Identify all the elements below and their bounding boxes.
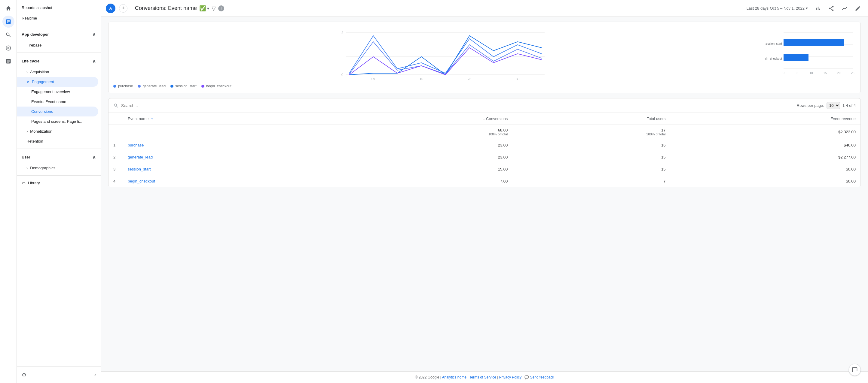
nav-section-header-user[interactable]: User ∧ bbox=[17, 151, 101, 163]
chevron-down-engagement: ∨ bbox=[26, 79, 29, 84]
terms-link[interactable]: Terms of Service bbox=[469, 375, 496, 379]
nav-firebase[interactable]: Firebase bbox=[17, 40, 101, 50]
svg-text:begin_checkout: begin_checkout bbox=[766, 57, 782, 60]
row-users-2: 15 bbox=[513, 151, 670, 163]
row-rank-1: 1 bbox=[108, 139, 123, 151]
search-icon bbox=[113, 103, 119, 108]
search-nav-icon[interactable] bbox=[2, 29, 14, 41]
table-header-row: Event name + ↓ Conversions Total users E… bbox=[108, 113, 861, 125]
info-circle[interactable]: I bbox=[218, 5, 224, 11]
nav-engagement-overview[interactable]: Engagement overview bbox=[17, 87, 101, 97]
nav-divider-3 bbox=[17, 148, 101, 149]
data-table: Event name + ↓ Conversions Total users E… bbox=[108, 113, 861, 187]
row-users-3: 15 bbox=[513, 163, 670, 175]
main-content: A + Conversions: Event name ✅ ▾ ▽ I Last… bbox=[101, 0, 868, 383]
svg-text:23: 23 bbox=[468, 77, 471, 81]
chevron-down-date: ▾ bbox=[806, 6, 808, 10]
table-card: Rows per page: 10 25 50 1-4 of 4 Event n… bbox=[108, 98, 861, 187]
nav-library[interactable]: 🗁 Library bbox=[17, 178, 101, 188]
col-conversions[interactable]: ↓ Conversions bbox=[325, 113, 513, 125]
nav-section-header-lifecycle[interactable]: Life cycle ∧ bbox=[17, 55, 101, 67]
top-bar-right: Last 28 days Oct 5 – Nov 1, 2022 ▾ bbox=[744, 3, 863, 14]
row-conversions-1: 23.00 bbox=[325, 139, 513, 151]
nav-events-event-name[interactable]: Events: Event name bbox=[17, 97, 101, 107]
nav-divider-2 bbox=[17, 53, 101, 53]
line-chart-area: 2 0 09 Oct 16 23 30 bbox=[113, 27, 766, 88]
nav-reports-snapshot[interactable]: Reports snapshot bbox=[17, 2, 101, 13]
nav-realtime[interactable]: Realtime bbox=[17, 13, 101, 24]
chart-card: 2 0 09 Oct 16 23 30 bbox=[108, 22, 861, 93]
filter-icon[interactable]: ▽ bbox=[212, 5, 216, 12]
table-search-bar: Rows per page: 10 25 50 1-4 of 4 bbox=[108, 99, 861, 113]
svg-text:0: 0 bbox=[341, 73, 343, 76]
session-start-link[interactable]: session_start bbox=[128, 167, 151, 171]
row-revenue-1: $46.00 bbox=[671, 139, 861, 151]
col-event-revenue: Event revenue bbox=[671, 113, 861, 125]
chart-legend: purchase generate_lead session_start bbox=[113, 82, 766, 88]
share-toolbar-button[interactable] bbox=[826, 3, 837, 14]
begin-checkout-link[interactable]: begin_checkout bbox=[128, 179, 155, 183]
status-check-icon: ✅ bbox=[199, 5, 206, 12]
reports-nav-icon[interactable] bbox=[2, 55, 14, 67]
svg-text:15: 15 bbox=[823, 71, 827, 75]
chevron-up-user: ∧ bbox=[92, 154, 96, 160]
nav-monetization[interactable]: › Monetization bbox=[17, 126, 101, 136]
page-title-area: Conversions: Event name ✅ ▾ ▽ I bbox=[135, 5, 741, 12]
rows-per-page-select[interactable]: 10 25 50 bbox=[827, 102, 840, 109]
trend-toolbar-button[interactable] bbox=[839, 3, 850, 14]
totals-revenue: $2,323.00 bbox=[671, 125, 861, 139]
add-comparison-button[interactable]: + bbox=[119, 4, 127, 12]
chevron-right-demographics: › bbox=[26, 166, 28, 170]
bar-chart-toolbar-button[interactable] bbox=[813, 3, 824, 14]
edit-toolbar-button[interactable] bbox=[852, 3, 863, 14]
settings-icon[interactable]: ⚙ bbox=[22, 372, 26, 378]
add-dimension-btn[interactable]: + bbox=[151, 116, 153, 121]
chevron-up-app-developer: ∧ bbox=[92, 32, 96, 37]
separator bbox=[131, 5, 131, 12]
home-icon[interactable] bbox=[2, 2, 14, 14]
chevron-down-status: ▾ bbox=[207, 6, 209, 11]
library-icon: 🗁 bbox=[22, 181, 26, 185]
avatar-button[interactable]: A bbox=[106, 4, 116, 13]
analytics-home-link[interactable]: Analytics home bbox=[442, 375, 466, 379]
nav-conversions[interactable]: Conversions bbox=[17, 107, 98, 116]
nav-retention[interactable]: Retention bbox=[17, 136, 101, 146]
line-chart-svg: 2 0 09 Oct 16 23 30 bbox=[113, 27, 766, 81]
col-event-name[interactable]: Event name + bbox=[123, 113, 325, 125]
feedback-icon: 💬 bbox=[524, 375, 529, 379]
svg-text:25: 25 bbox=[851, 71, 855, 75]
svg-text:10: 10 bbox=[809, 71, 813, 75]
nav-engagement[interactable]: ∨ Engagement bbox=[17, 77, 98, 87]
chevron-right-monetization: › bbox=[26, 129, 28, 134]
svg-text:09: 09 bbox=[371, 77, 375, 81]
collapse-nav-button[interactable]: ‹ bbox=[94, 372, 96, 378]
row-rank-2: 2 bbox=[108, 151, 123, 163]
row-revenue-4: $0.00 bbox=[671, 175, 861, 187]
search-input[interactable] bbox=[121, 103, 211, 108]
svg-text:session_start: session_start bbox=[766, 42, 782, 45]
icon-sidebar bbox=[0, 0, 17, 383]
status-toggle[interactable]: ✅ ▾ bbox=[199, 5, 209, 12]
date-range-selector[interactable]: Last 28 days Oct 5 – Nov 1, 2022 ▾ bbox=[744, 5, 810, 12]
analytics-icon[interactable] bbox=[2, 15, 14, 28]
nav-pages-screens[interactable]: Pages and screens: Page ti... bbox=[17, 116, 101, 126]
svg-text:0: 0 bbox=[783, 71, 784, 75]
nav-demographics[interactable]: › Demographics bbox=[17, 163, 101, 173]
nav-divider-4 bbox=[17, 175, 101, 176]
table-row: 1 purchase 23.00 16 $46.00 bbox=[108, 139, 861, 151]
rows-per-page-label: Rows per page: bbox=[797, 103, 824, 108]
totals-users: 17 100% of total bbox=[513, 125, 670, 139]
purchase-link[interactable]: purchase bbox=[128, 143, 144, 147]
generate-lead-link[interactable]: generate_lead bbox=[128, 155, 153, 160]
target-nav-icon[interactable] bbox=[2, 42, 14, 54]
privacy-link[interactable]: Privacy Policy bbox=[499, 375, 522, 379]
chart-container: 2 0 09 Oct 16 23 30 bbox=[108, 22, 861, 93]
col-total-users[interactable]: Total users bbox=[513, 113, 670, 125]
nav-sidebar: Reports snapshot Realtime App developer … bbox=[17, 0, 101, 383]
feedback-link[interactable]: Send feedback bbox=[530, 375, 554, 379]
date-value: Oct 5 – Nov 1, 2022 bbox=[770, 6, 805, 10]
nav-section-header-app-developer[interactable]: App developer ∧ bbox=[17, 29, 101, 40]
svg-rect-21 bbox=[783, 39, 844, 46]
nav-acquisition[interactable]: › Acquisition bbox=[17, 67, 101, 77]
feedback-button[interactable] bbox=[849, 364, 861, 376]
